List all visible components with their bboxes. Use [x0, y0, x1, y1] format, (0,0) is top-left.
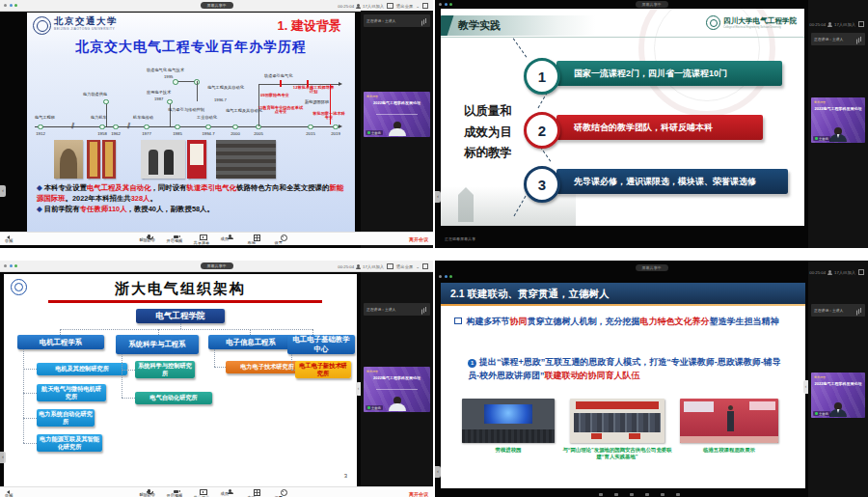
college-name-en: College of Electrical Engineering Sichua…	[723, 26, 797, 29]
signal-icon	[425, 18, 426, 23]
participants-count[interactable]: 17人已加入	[834, 270, 855, 275]
settings-button[interactable]: 设置	[275, 235, 294, 241]
paragraph: 构建多环节协同贯穿立德树人机制，充分挖掘电力特色文化养分塑造学生担当精神	[454, 316, 788, 329]
slide-prev-handle[interactable]	[0, 452, 6, 463]
chevron-down-icon[interactable]	[416, 4, 420, 9]
connector-line	[122, 354, 122, 398]
timeline-node	[99, 124, 105, 130]
toolbar-icons-cut	[599, 493, 680, 496]
screen-share-tab[interactable]: 屏幕共享中	[201, 262, 233, 269]
participants-count[interactable]: 17人已加入	[363, 264, 384, 269]
timeline-label: 1996.7	[214, 98, 227, 103]
org-institute: 电工电子新技术研究所	[295, 361, 351, 378]
speaker-tile-label: 正在讲话：主讲人	[366, 307, 395, 312]
audio-device-button[interactable]: 音频	[5, 489, 10, 494]
screen-share-tab[interactable]: 屏幕共享中	[201, 2, 233, 9]
scu-logo: 四川大学电气工程学院 College of Electrical Enginee…	[706, 15, 797, 30]
leave-meeting-button[interactable]: 离开会议	[409, 236, 428, 242]
slide-heading: 2.1 联建联动、贯穿贯通，立德树人	[441, 283, 805, 304]
speaker-tile[interactable]: 正在讲话：主讲人	[811, 304, 865, 317]
timeline-label: 电气工程及其自动化	[206, 86, 245, 91]
timeline-arrow	[339, 124, 344, 128]
video-banner-subtitle	[376, 389, 418, 390]
window-zoom-icon[interactable]	[449, 275, 452, 278]
members-button[interactable]: 成员	[221, 235, 240, 241]
leave-meeting-button[interactable]: 离开会议	[409, 491, 428, 497]
participants-count[interactable]: 17人已加入	[834, 22, 855, 27]
timeline-label: 轨道牵引电气化	[264, 74, 292, 79]
mute-button[interactable]: 解除静音	[140, 489, 159, 496]
video-thumbnail[interactable]: 学术报告 2022电气工程学科发展论坛 主会场	[811, 373, 865, 418]
titlebar-controls: 00:25:04 17人已加入 退出全屏	[338, 263, 428, 269]
step-number: 2	[524, 112, 560, 149]
window-titlebar: 屏幕共享中 00:25:04 17人已加入 退出全屏	[0, 261, 433, 272]
window-zoom-icon[interactable]	[14, 4, 17, 7]
window-minimize-icon[interactable]	[445, 275, 448, 278]
window-minimize-icon[interactable]	[10, 4, 13, 7]
video-button[interactable]: 开启视频	[167, 235, 186, 241]
fullscreen-exit-button[interactable]: 退出全屏	[396, 264, 413, 269]
video-thumbnail[interactable]: 学术报告 2022电气工程学科发展论坛 主会场	[811, 97, 865, 143]
window-close-icon[interactable]	[439, 275, 442, 278]
window-close-icon[interactable]	[4, 264, 7, 267]
speaker-tile[interactable]: 正在讲话：主讲人	[364, 14, 430, 27]
connector-line	[23, 369, 37, 370]
screenshot-divider	[0, 249, 433, 261]
timeline-year: 1977	[142, 131, 151, 136]
video-thumbnail[interactable]: 学术报告 2022电气工程学科发展论坛 主会场	[364, 92, 430, 137]
speaker-tile[interactable]: 正在讲话：主讲人	[364, 303, 430, 316]
mute-button[interactable]: 解除静音	[140, 235, 159, 241]
meeting-toolbar: 音频 解除静音 开启视频 共享屏幕 成员 布局 设置 离开会议	[0, 486, 433, 497]
connector-line	[214, 349, 215, 367]
window-close-icon[interactable]	[4, 4, 7, 7]
fullscreen-exit-button[interactable]: 退出全屏	[396, 4, 413, 9]
expand-icon[interactable]	[422, 3, 428, 9]
screen-share-tab[interactable]: 屏幕共享中	[636, 1, 668, 8]
expand-icon[interactable]	[422, 263, 428, 269]
practice-item: 国家一流课程2门，四川省一流课程10门	[556, 61, 782, 86]
window-zoom-icon[interactable]	[449, 3, 452, 6]
layout-button[interactable]: 布局	[248, 489, 267, 496]
connector-line	[23, 349, 24, 443]
window-controls	[4, 264, 17, 267]
speaker-tile[interactable]: 正在讲话：主讲人	[811, 33, 865, 45]
slide-prev-handle[interactable]	[435, 466, 441, 478]
video-button[interactable]: 开启视频	[167, 489, 186, 496]
timeline-year: 1985	[173, 131, 182, 136]
photo-thumbnail	[462, 399, 555, 443]
audio-device-button[interactable]: 音频	[5, 235, 10, 239]
screen-share-tab[interactable]: 屏幕共享中	[636, 264, 668, 271]
meeting-window-bjtu: 屏幕共享中 00:25:04 17人已加入 退出全屏 北京交通大学 BEIJIN…	[0, 0, 433, 248]
timeline-node	[175, 124, 180, 130]
members-button[interactable]: 成员	[221, 489, 240, 496]
slide-bullets: 本科专业设置电气工程及其自动化，同时设有轨道牵引电气化铁路特色方向和全英文授课的…	[37, 182, 345, 214]
slide-prev-handle[interactable]	[435, 191, 441, 203]
window-minimize-icon[interactable]	[10, 264, 13, 267]
connector-line	[291, 354, 292, 370]
video-banner-title: 2022电气工程学科发展论坛	[813, 106, 863, 111]
page-number: 3	[344, 473, 347, 479]
timeline-year: 2000	[231, 131, 240, 136]
timeline-label: 1995	[164, 75, 173, 80]
video-banner-tag: 学术报告	[814, 375, 826, 379]
layout-button[interactable]: 布局	[248, 235, 267, 241]
share-screen-button[interactable]: 共享屏幕	[194, 235, 213, 241]
sidebar-collapse-handle[interactable]	[356, 382, 361, 396]
titlebar-controls: 00:25:04 17人已加入	[809, 21, 864, 27]
expand-icon[interactable]	[858, 269, 864, 275]
photo-thumbnail	[570, 399, 665, 443]
participants-count[interactable]: 17人已加入	[363, 4, 384, 9]
window-zoom-icon[interactable]	[14, 264, 17, 267]
settings-button[interactable]: 设置	[275, 489, 294, 496]
slide-prev-handle[interactable]	[0, 185, 6, 197]
share-screen-button[interactable]: 共享屏幕	[194, 489, 213, 496]
chevron-down-icon[interactable]	[416, 264, 420, 269]
org-root: 电气工程学院	[136, 309, 225, 323]
sidebar-collapse-handle[interactable]	[803, 380, 808, 394]
window-close-icon[interactable]	[439, 3, 442, 6]
video-thumbnail[interactable]: 学术报告 2022电气工程学科发展论坛 主会场	[364, 367, 430, 412]
expand-icon[interactable]	[858, 21, 864, 27]
timeline-year: 1994.7	[202, 131, 214, 136]
timeline-label: 轨道电气化 电气技术	[147, 69, 184, 73]
window-minimize-icon[interactable]	[445, 3, 448, 6]
